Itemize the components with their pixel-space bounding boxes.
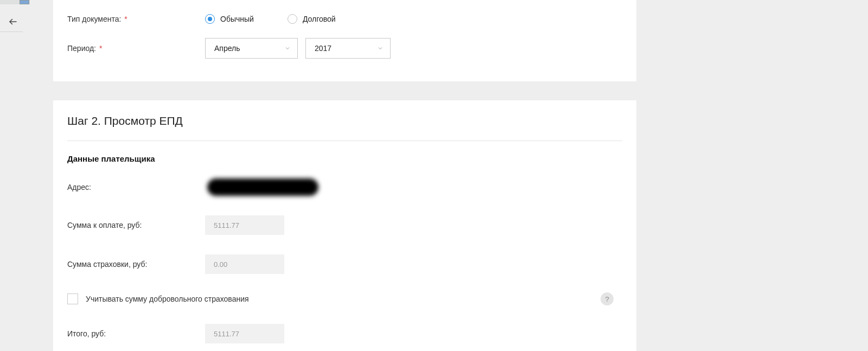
period-year-select[interactable]: 2017 (305, 38, 391, 59)
back-button[interactable] (7, 15, 20, 28)
help-button[interactable]: ? (601, 292, 614, 305)
address-value-redacted (207, 178, 318, 196)
period-month-value: Апрель (214, 44, 240, 53)
voluntary-insurance-row: Учитывать сумму добровольного страховани… (67, 293, 622, 304)
doc-type-radio-debt[interactable]: Долговой (288, 14, 336, 24)
doc-type-label: Тип документа: * (67, 15, 205, 23)
period-label: Период: * (67, 44, 205, 53)
step2-card: Шаг 2. Просмотр ЕПД Данные плательщика А… (53, 100, 636, 351)
step1-card: Тип документа: * Обычный Долговой Период… (53, 0, 636, 81)
amount-row: Сумма к оплате, руб: 5111.77 (67, 215, 622, 235)
address-row: Адрес: (67, 178, 622, 196)
help-icon: ? (605, 295, 609, 303)
doc-type-label-text: Тип документа: (67, 15, 121, 23)
radio-icon (288, 14, 297, 24)
divider (0, 31, 23, 32)
step2-title: Шаг 2. Просмотр ЕПД (67, 114, 622, 141)
period-month-select[interactable]: Апрель (205, 38, 298, 59)
radio-icon (205, 14, 215, 24)
total-label: Итого, руб: (67, 329, 205, 338)
divider (67, 141, 622, 141)
voluntary-insurance-checkbox[interactable] (67, 293, 78, 304)
radio-label: Долговой (303, 15, 336, 23)
insurance-row: Сумма страховки, руб: 0.00 (67, 254, 622, 274)
amount-label: Сумма к оплате, руб: (67, 221, 205, 229)
chevron-down-icon (284, 45, 291, 52)
total-value: 5111.77 (205, 324, 284, 343)
doc-type-radio-group: Обычный Долговой (205, 14, 336, 24)
browser-tab-fragment (20, 0, 29, 4)
period-selects: Апрель 2017 (205, 38, 391, 59)
doc-type-row: Тип документа: * Обычный Долговой (67, 14, 622, 24)
insurance-value: 0.00 (205, 254, 284, 274)
arrow-left-icon (8, 17, 18, 27)
insurance-label: Сумма страховки, руб: (67, 260, 205, 269)
period-row: Период: * Апрель 2017 (67, 38, 622, 59)
total-row: Итого, руб: 5111.77 (67, 324, 622, 343)
address-label: Адрес: (67, 183, 205, 192)
voluntary-insurance-label: Учитывать сумму добровольного страховани… (86, 295, 249, 303)
required-marker: * (124, 15, 127, 23)
period-year-value: 2017 (315, 44, 331, 53)
radio-label: Обычный (220, 15, 254, 23)
required-marker: * (99, 44, 102, 53)
payer-section-title: Данные плательщика (67, 154, 622, 163)
amount-value: 5111.77 (205, 215, 284, 235)
chevron-down-icon (377, 45, 384, 52)
doc-type-radio-normal[interactable]: Обычный (205, 14, 254, 24)
period-label-text: Период: (67, 44, 96, 53)
